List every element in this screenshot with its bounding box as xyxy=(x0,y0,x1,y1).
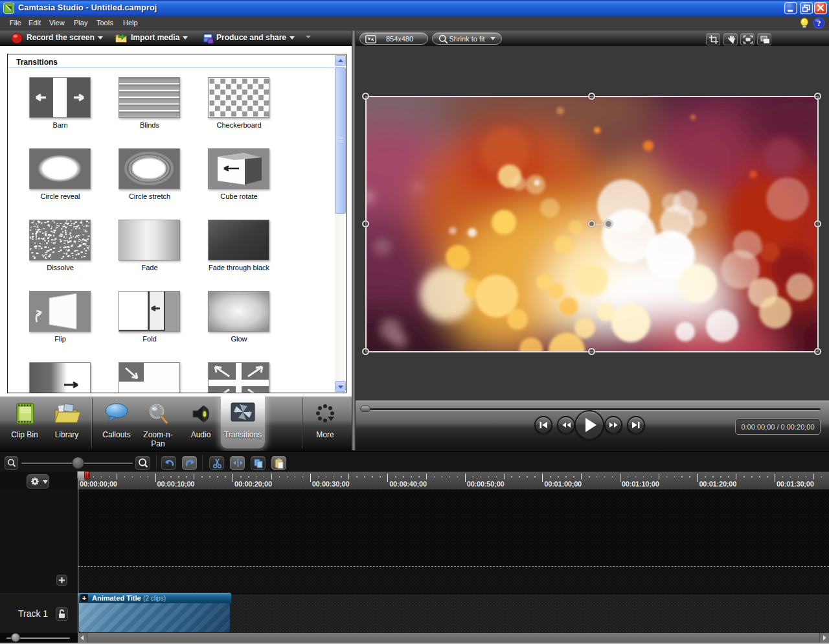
restore-button[interactable] xyxy=(800,2,813,14)
full-screen-button[interactable] xyxy=(740,33,755,45)
import-media-button[interactable]: Import media xyxy=(131,33,188,42)
transition-item-page-corner[interactable] xyxy=(119,362,181,393)
panel-splitter[interactable] xyxy=(352,30,356,450)
transition-item-fold[interactable]: Fold xyxy=(119,291,181,332)
pan-button[interactable] xyxy=(723,33,738,45)
corner-arrows-thumbnail[interactable] xyxy=(208,362,269,393)
dissolve-thumbnail[interactable] xyxy=(29,220,91,260)
tab-zoom-n-pan[interactable]: Zoom-n-Pan xyxy=(135,397,181,448)
selection-handle-e[interactable] xyxy=(814,220,821,227)
cube-rotate-thumbnail[interactable] xyxy=(208,148,269,189)
redo-button[interactable] xyxy=(182,456,197,470)
transition-item-cube-rotate[interactable]: Cube rotate xyxy=(208,148,270,189)
help-icon[interactable]: ? xyxy=(813,17,825,30)
selection-handle-w[interactable] xyxy=(362,220,369,227)
timeline-ruler[interactable]: 00:00:00;0000:00:10;0000:00:20;0000:00:3… xyxy=(78,472,829,490)
rewind-button[interactable] xyxy=(557,416,575,434)
record-screen-button[interactable]: Record the screen xyxy=(27,33,103,42)
timeline-hscrollbar[interactable] xyxy=(78,633,829,643)
selection-handle-se[interactable] xyxy=(814,348,821,355)
hscroll-thumb[interactable] xyxy=(87,633,820,643)
seek-thumb[interactable] xyxy=(360,406,370,412)
selection-handle-center[interactable] xyxy=(588,220,595,227)
hscroll-left-arrow[interactable] xyxy=(78,633,87,643)
split-button[interactable] xyxy=(230,456,245,470)
flip-thumbnail[interactable] xyxy=(29,291,91,332)
panel-scrollbar[interactable] xyxy=(335,55,346,393)
tab-library[interactable]: Library xyxy=(45,397,88,448)
clip-expand-button[interactable]: + xyxy=(80,594,88,602)
selection-handle-sw[interactable] xyxy=(362,348,369,355)
checkerboard-thumbnail[interactable] xyxy=(208,77,269,118)
tab-clip-bin[interactable]: Clip Bin xyxy=(3,397,46,448)
transition-item-circle-reveal[interactable]: Circle reveal xyxy=(29,148,91,189)
clip-body[interactable] xyxy=(79,603,230,632)
tab-transitions[interactable]: Transitions xyxy=(221,397,265,448)
tab-callouts[interactable]: Callouts xyxy=(94,397,139,448)
lock-track-button[interactable] xyxy=(56,607,68,621)
fade-thumbnail[interactable] xyxy=(119,220,180,260)
playhead-out-handle[interactable] xyxy=(84,471,90,479)
transition-item-circle-stretch[interactable]: Circle stretch xyxy=(119,148,181,189)
transition-item-checkerboard[interactable]: Checkerboard xyxy=(208,77,270,118)
close-button[interactable] xyxy=(814,2,827,14)
rotation-handle[interactable] xyxy=(604,220,613,228)
menu-play[interactable]: Play xyxy=(74,19,87,27)
playhead-line[interactable] xyxy=(78,481,78,633)
selection-handle-nw[interactable] xyxy=(362,93,369,100)
transition-item-flip[interactable]: Flip xyxy=(29,291,91,332)
fold-thumbnail[interactable] xyxy=(119,291,180,332)
track-options-button[interactable] xyxy=(27,474,49,489)
timeline-zoom-thumb[interactable] xyxy=(72,457,84,469)
editing-dimensions-button[interactable]: 854x480 xyxy=(359,32,428,45)
toolbar-overflow-icon[interactable] xyxy=(306,36,311,38)
cut-button[interactable] xyxy=(209,456,224,470)
transition-item-fade[interactable]: Fade xyxy=(119,220,181,260)
menu-edit[interactable]: Edit xyxy=(28,19,41,27)
menu-tools[interactable]: Tools xyxy=(97,19,113,27)
selection-handle-ne[interactable] xyxy=(814,93,821,100)
zoom-mode-button[interactable]: Shrink to fit xyxy=(432,32,502,45)
tab-audio[interactable]: Audio xyxy=(181,397,221,448)
mini-slider-thumb[interactable] xyxy=(11,633,20,642)
selection-handle-n[interactable] xyxy=(588,93,595,100)
blinds-thumbnail[interactable] xyxy=(119,77,180,118)
produce-share-button[interactable]: Produce and share xyxy=(216,33,295,42)
menu-view[interactable]: View xyxy=(49,19,65,27)
transition-item-gradient-wipe[interactable] xyxy=(29,362,91,393)
copy-button[interactable] xyxy=(251,456,266,470)
fade-black-thumbnail[interactable] xyxy=(208,220,269,260)
jump-end-button[interactable] xyxy=(627,416,645,434)
selection-handle-s[interactable] xyxy=(588,348,595,355)
tab-more[interactable]: More xyxy=(304,397,346,448)
play-button[interactable] xyxy=(574,410,604,440)
transition-item-blinds[interactable]: Blinds xyxy=(119,77,181,118)
fast-forward-button[interactable] xyxy=(604,416,622,434)
jump-start-button[interactable] xyxy=(534,416,552,434)
transition-item-fade-black[interactable]: Fade through black xyxy=(208,220,270,260)
hscroll-right-arrow[interactable] xyxy=(820,633,829,643)
menu-file[interactable]: File xyxy=(10,19,21,27)
tip-bulb-icon[interactable] xyxy=(799,17,810,30)
transition-item-dissolve[interactable]: Dissolve xyxy=(29,220,91,260)
zoom-in-button[interactable] xyxy=(135,456,150,470)
scroll-down-button[interactable] xyxy=(335,381,346,392)
paste-button[interactable] xyxy=(271,456,286,470)
detach-button[interactable] xyxy=(757,33,771,45)
transition-item-corner-arrows[interactable] xyxy=(208,362,270,393)
minimize-button[interactable] xyxy=(784,2,797,14)
barn-thumbnail[interactable] xyxy=(29,77,91,118)
menu-help[interactable]: Help xyxy=(123,19,138,27)
timeline-clip-group[interactable]: + Animated Title (2 clips) xyxy=(78,593,231,633)
circle-stretch-thumbnail[interactable] xyxy=(119,148,180,189)
scrollbar-thumb[interactable] xyxy=(335,67,346,214)
circle-reveal-thumbnail[interactable] xyxy=(29,148,91,189)
transition-item-barn[interactable]: Barn xyxy=(29,77,91,118)
glow-thumbnail[interactable] xyxy=(208,291,269,332)
zoom-out-button[interactable] xyxy=(5,456,18,470)
page-corner-thumbnail[interactable] xyxy=(119,362,180,393)
transition-item-glow[interactable]: Glow xyxy=(208,291,270,332)
crop-button[interactable] xyxy=(706,33,720,45)
gradient-wipe-thumbnail[interactable] xyxy=(29,362,91,393)
undo-button[interactable] xyxy=(161,456,176,470)
